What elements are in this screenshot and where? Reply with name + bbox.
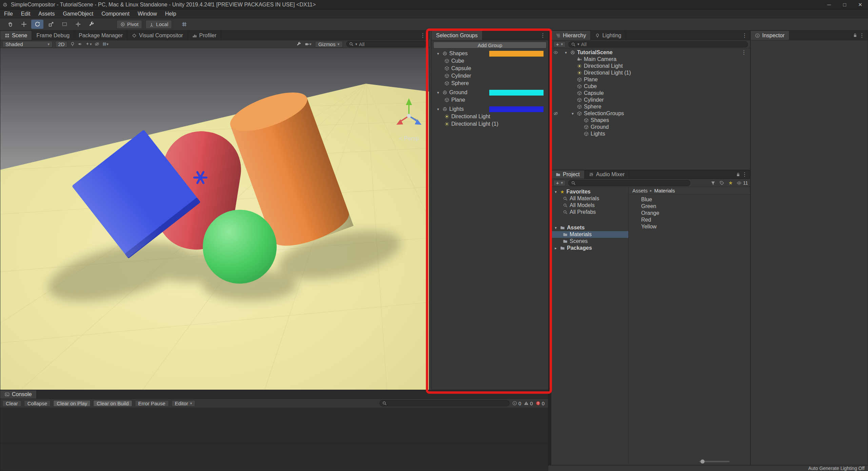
- scene-visibility-icon[interactable]: [553, 50, 558, 55]
- group-member-row[interactable]: Directional Light: [432, 113, 548, 120]
- info-count-badge[interactable]: 0: [512, 401, 521, 406]
- save-search-icon[interactable]: ★: [728, 180, 733, 186]
- persp-label[interactable]: < Persp: [399, 135, 419, 142]
- hierarchy-item-shapes[interactable]: Shapes: [551, 117, 750, 124]
- assets-root[interactable]: ▾Assets: [551, 224, 628, 231]
- foldout-icon[interactable]: ▸: [553, 246, 558, 250]
- 2d-toggle-button[interactable]: 2D: [55, 41, 67, 47]
- favorites-root[interactable]: ▾★Favorites: [551, 188, 628, 195]
- group-color-swatch[interactable]: [489, 51, 544, 57]
- hierarchy-search-input[interactable]: [581, 41, 745, 47]
- foldout-icon[interactable]: ▾: [553, 190, 558, 194]
- hierarchy-item-ground[interactable]: Ground: [551, 124, 750, 130]
- favorite-all-models[interactable]: All Models: [551, 202, 628, 209]
- group-member-row[interactable]: Capsule: [432, 65, 548, 72]
- hierarchy-item-cylinder[interactable]: Cylinder: [551, 97, 750, 103]
- group-member-row[interactable]: Cylinder: [432, 72, 548, 80]
- pivot-toggle-button[interactable]: Pivot: [117, 20, 142, 29]
- hierarchy-item-capsule[interactable]: Capsule: [551, 90, 750, 97]
- zoom-slider-thumb[interactable]: [701, 459, 705, 464]
- foldout-icon[interactable]: ▾: [436, 52, 440, 56]
- move-tool-button[interactable]: [18, 20, 30, 29]
- group-member-row[interactable]: Sphere: [432, 80, 548, 87]
- minimize-button[interactable]: ─: [821, 0, 837, 9]
- group-row-lights[interactable]: ▾ Lights: [432, 105, 548, 113]
- rect-tool-button[interactable]: [58, 20, 71, 29]
- error-pause-toggle[interactable]: Error Pause: [135, 400, 169, 407]
- pane-menu-icon[interactable]: ⋮: [540, 33, 546, 38]
- hierarchy-item-plane[interactable]: Plane: [551, 76, 750, 83]
- scene-viewport[interactable]: < Persp: [0, 48, 429, 390]
- group-row-ground[interactable]: ▾ Ground: [432, 89, 548, 96]
- clear-button[interactable]: Clear: [2, 400, 21, 407]
- hierarchy-item-cube[interactable]: Cube: [551, 83, 750, 90]
- search-by-type-icon[interactable]: [711, 181, 715, 185]
- favorite-all-materials[interactable]: All Materials: [551, 195, 628, 202]
- console-search-input[interactable]: [389, 401, 507, 406]
- grid-snapping-button[interactable]: [178, 20, 190, 29]
- transform-tool-button[interactable]: [72, 20, 84, 29]
- pane-menu-icon[interactable]: ⋮: [742, 33, 747, 38]
- tab-selection-groups[interactable]: Selection Groups: [432, 31, 482, 40]
- pane-menu-icon[interactable]: ⋮: [742, 172, 747, 177]
- tab-inspector[interactable]: Inspector: [751, 31, 789, 40]
- asset-material-red[interactable]: Red: [629, 217, 750, 223]
- dock-divider[interactable]: [548, 30, 551, 471]
- rotate-tool-button[interactable]: [31, 20, 43, 29]
- tab-project[interactable]: Project: [551, 170, 585, 179]
- menu-assets[interactable]: Assets: [34, 11, 59, 17]
- breadcrumb-assets[interactable]: Assets: [632, 188, 648, 193]
- clear-on-play-toggle[interactable]: Clear on Play: [53, 400, 91, 407]
- scene-camera-dropdown[interactable]: ▾: [305, 42, 312, 46]
- hierarchy-search[interactable]: ▾: [568, 41, 748, 47]
- close-button[interactable]: ✕: [852, 0, 868, 9]
- foldout-icon[interactable]: ▾: [553, 226, 558, 230]
- hierarchy-item-directional-light-1[interactable]: Directional Light (1): [551, 69, 750, 76]
- scene-lighting-icon[interactable]: [70, 42, 75, 46]
- auto-generate-lighting-status[interactable]: Auto Generate Lighting Off: [808, 466, 865, 471]
- editor-dropdown[interactable]: Editor▾: [172, 400, 196, 407]
- scene-search[interactable]: ▾: [346, 41, 427, 47]
- breadcrumb-materials[interactable]: Materials: [654, 188, 675, 193]
- tab-console[interactable]: Console: [0, 390, 37, 398]
- custom-tool-button[interactable]: [85, 20, 98, 29]
- gizmos-dropdown[interactable]: Gizmos▾: [315, 41, 343, 47]
- pane-menu-icon[interactable]: ⋮: [420, 33, 426, 38]
- lock-icon[interactable]: [736, 172, 741, 177]
- hierarchy-item-lights[interactable]: Lights: [551, 130, 750, 137]
- menu-file[interactable]: File: [0, 11, 17, 17]
- scene-grid-dropdown[interactable]: ▾: [102, 42, 109, 46]
- menu-edit[interactable]: Edit: [17, 11, 35, 17]
- tool-settings-icon[interactable]: [297, 42, 301, 46]
- asset-material-green[interactable]: Green: [629, 203, 750, 210]
- scene-visibility-icon[interactable]: [95, 42, 99, 46]
- error-count-badge[interactable]: 0: [536, 401, 545, 406]
- tab-audio-mixer[interactable]: Audio Mixer: [585, 170, 629, 179]
- group-member-row[interactable]: Cube: [432, 57, 548, 65]
- asset-material-orange[interactable]: Orange: [629, 210, 750, 217]
- scene-effects-dropdown[interactable]: ▾: [85, 42, 92, 46]
- sphere-object[interactable]: [203, 210, 277, 284]
- folder-scenes[interactable]: Scenes: [551, 238, 628, 245]
- hierarchy-item-selectiongroups[interactable]: ▾SelectionGroups: [551, 110, 750, 117]
- tab-scene[interactable]: Scene: [0, 31, 32, 40]
- group-member-row[interactable]: Directional Light (1): [432, 120, 548, 128]
- project-search[interactable]: [568, 180, 690, 186]
- add-group-button[interactable]: Add Group: [433, 42, 547, 48]
- folder-materials[interactable]: Materials: [551, 231, 628, 238]
- group-row-shapes[interactable]: ▾ Shapes: [432, 50, 548, 57]
- scene-audio-icon[interactable]: [78, 42, 82, 46]
- foldout-icon[interactable]: ▾: [436, 90, 440, 95]
- menu-component[interactable]: Component: [97, 11, 134, 17]
- collapse-toggle[interactable]: Collapse: [24, 400, 51, 407]
- local-toggle-button[interactable]: Local: [145, 20, 172, 29]
- menu-window[interactable]: Window: [134, 11, 161, 17]
- tab-frame-debug[interactable]: Frame Debug: [32, 31, 74, 40]
- hand-tool-button[interactable]: [4, 20, 16, 29]
- pane-menu-icon[interactable]: ⋮: [859, 33, 865, 38]
- favorite-all-prefabs[interactable]: All Prefabs: [551, 209, 628, 216]
- pick-disabled-icon[interactable]: [553, 111, 558, 116]
- package-visibility-toggle[interactable]: 11: [737, 180, 748, 186]
- menu-help[interactable]: Help: [161, 11, 180, 17]
- menu-gameobject[interactable]: GameObject: [59, 11, 97, 17]
